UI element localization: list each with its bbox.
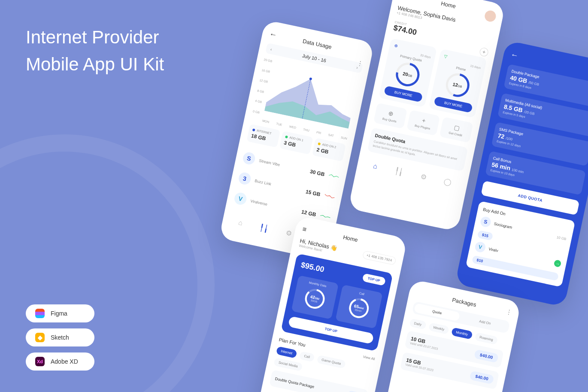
x-label: SAT (328, 133, 334, 137)
app-name: Stream Vibe (259, 158, 306, 173)
title-line-1: Internet Provider (26, 24, 164, 51)
quota-call: Call 65min/55min (335, 285, 383, 329)
y-label: 0 GB (253, 109, 262, 114)
freq-daily[interactable]: Daily (409, 318, 427, 329)
plan-title: Plan For You (279, 337, 306, 348)
sketch-icon: ◆ (35, 333, 45, 342)
y-label: 8 GB (257, 89, 266, 94)
x-label: FRI (316, 131, 321, 134)
date-range: July 10 - 16 (302, 53, 327, 64)
pkg-of: /100 (506, 136, 513, 141)
usage-internet[interactable]: INTERNET18 GB (246, 124, 280, 148)
x-label: THU (303, 128, 310, 132)
pkg-price: $40.00 (474, 349, 499, 363)
y-label: 20 GB (264, 58, 273, 63)
freq-monthly[interactable]: Monthly (451, 327, 473, 340)
pkg-price: $40.00 (470, 371, 494, 384)
more-icon[interactable]: ⋮ (356, 60, 364, 68)
x-label: MON (262, 119, 269, 123)
sparkline-icon (328, 173, 339, 179)
quota-card-primary: ⊕ 20 days Primary Quota 20GB BUY MORE (379, 38, 437, 108)
app-icon: 3 (238, 171, 252, 185)
tab-quota[interactable]: Quota (414, 303, 460, 322)
tab-social[interactable]: Social Media (273, 358, 303, 371)
y-label: 16 GB (261, 68, 270, 73)
y-label: 4 GB (255, 99, 264, 104)
action-buy-quota[interactable]: ⊕Buy Quota (373, 103, 407, 129)
title-line-2: Mobile App UI Kit (26, 51, 164, 78)
x-label: TUE (276, 122, 282, 126)
nav-stats-icon[interactable]: ╿╽ (394, 167, 404, 176)
quota-unit: GB (407, 74, 412, 78)
balance-card: $95.00 TOP UP Monthly Data 42GB/50GB Cal… (281, 253, 393, 351)
go-icon[interactable]: → (554, 259, 562, 267)
freq-roaming[interactable]: Roaming (475, 332, 498, 345)
quota-unit: GB (458, 84, 462, 88)
tool-figma-label: Figma (51, 310, 67, 317)
prev-icon[interactable]: ‹ (270, 46, 273, 51)
tool-sketch-label: Sketch (51, 334, 69, 341)
plan-price: $20 (347, 390, 363, 392)
tab-game[interactable]: Game Quota (317, 355, 346, 368)
app-icon: V (233, 191, 248, 206)
addon-price[interactable]: $15 (477, 230, 493, 241)
more-icon[interactable]: ⋮ (506, 308, 513, 316)
nav-home-icon[interactable]: ⌂ (373, 162, 378, 171)
xd-icon: Xd (35, 357, 45, 366)
tab-internet[interactable]: Internet (276, 346, 297, 358)
app-name: Buzz Link (255, 179, 302, 193)
tool-figma: Figma (26, 304, 94, 322)
sparkline-icon (320, 213, 331, 220)
app-name: Viralverse (250, 199, 298, 213)
addon-gb: 10 GB (556, 235, 567, 241)
app-value: 12 GB (301, 209, 317, 218)
x-label: SUN (341, 136, 348, 140)
tool-sketch: ◆Sketch (26, 328, 94, 346)
nav-home-icon[interactable]: ⌂ (237, 219, 243, 228)
app-value: 15 GB (305, 188, 321, 198)
pkg-value: 72 (497, 132, 505, 140)
x-label: WED (289, 125, 296, 129)
tool-xd: XdAdobe XD (26, 352, 94, 371)
quota-card-phone: ▽ 15 days Phone 12GB BUY MORE (429, 49, 487, 118)
quota-monthly-data: Monthly Data 42GB/50GB (291, 275, 339, 319)
figma-icon (35, 309, 45, 318)
nav-stats-icon[interactable]: ╿╽ (259, 223, 269, 233)
action-buy-plugins[interactable]: +Buy Plugins (406, 110, 440, 136)
view-all-link[interactable]: View All (363, 355, 375, 361)
tab-addon[interactable]: Add On (462, 313, 508, 332)
app-icon: S (242, 151, 256, 165)
app-value: 30 GB (309, 168, 325, 177)
y-label: 12 GB (259, 79, 268, 83)
freq-weekly[interactable]: Weekly (428, 322, 449, 334)
usage-addon1[interactable]: ADD ON 13 GB (279, 131, 313, 155)
area-chart (264, 61, 359, 129)
tool-xd-label: Adobe XD (51, 358, 78, 365)
usage-addon2[interactable]: ADD ON 22 GB (312, 138, 346, 161)
nav-profile-icon[interactable]: ◯ (443, 177, 452, 186)
action-get-credit[interactable]: ▢Get Credit (439, 117, 473, 143)
tab-call[interactable]: Call (299, 351, 315, 362)
plan-name: Double Quota Package (275, 377, 315, 389)
addon-icon: S (479, 216, 491, 228)
addon-icon: V (474, 241, 486, 253)
sparkline-icon (324, 193, 335, 200)
nav-settings-icon[interactable]: ⚙ (420, 172, 427, 181)
nav-settings-icon[interactable]: ⚙ (285, 229, 293, 238)
